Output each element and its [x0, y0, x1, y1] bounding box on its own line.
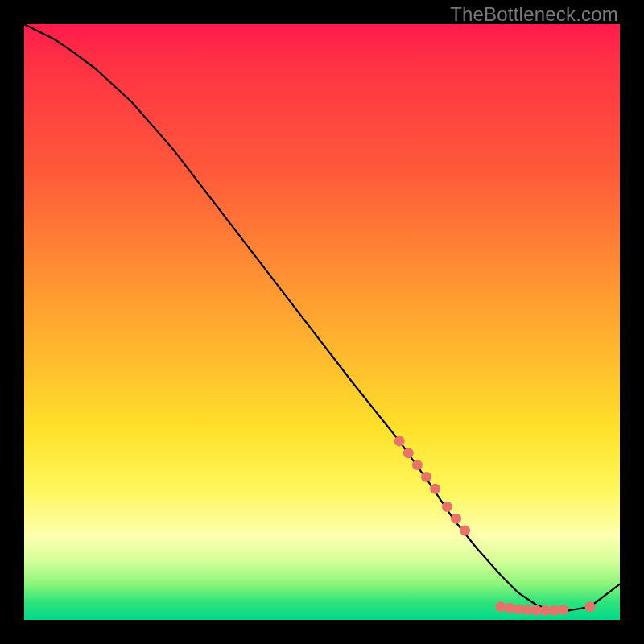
- data-point: [403, 448, 414, 458]
- series-points: [394, 436, 596, 616]
- watermark-text: TheBottleneck.com: [450, 3, 618, 26]
- data-point: [549, 605, 559, 616]
- data-point: [585, 601, 596, 612]
- data-point: [531, 605, 542, 616]
- data-point: [442, 502, 452, 512]
- data-point: [540, 605, 551, 616]
- chart-frame: TheBottleneck.com: [0, 0, 644, 644]
- data-point: [412, 460, 423, 470]
- data-point: [514, 604, 524, 614]
- chart-svg: [24, 24, 620, 620]
- data-point: [430, 484, 440, 494]
- data-point: [421, 472, 431, 482]
- data-point: [460, 526, 470, 536]
- plot-area: [24, 24, 620, 620]
- data-point: [496, 601, 506, 612]
- data-point: [522, 605, 533, 615]
- data-point: [451, 514, 461, 524]
- data-point: [394, 436, 405, 447]
- series-curve: [24, 24, 620, 611]
- data-point: [558, 605, 568, 615]
- data-point: [505, 603, 515, 613]
